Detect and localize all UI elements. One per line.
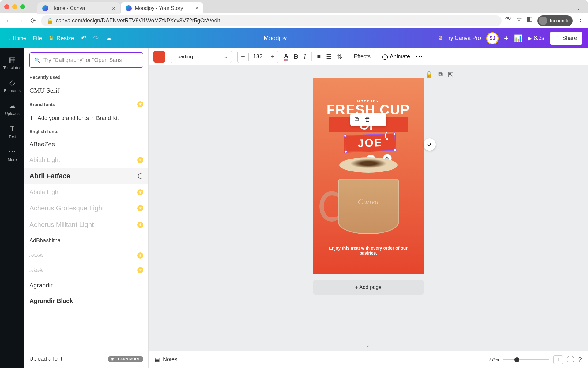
incognito-badge[interactable]: Incognito xyxy=(537,15,573,26)
font-size-value[interactable]: 132 xyxy=(249,53,267,60)
home-button[interactable]: 〈 Home xyxy=(6,35,26,41)
notes-button[interactable]: ▤ Notes xyxy=(155,356,177,363)
duplicate-icon[interactable]: ⧉ xyxy=(438,71,443,78)
maximize-window-button[interactable] xyxy=(20,4,25,9)
font-search-input[interactable] xyxy=(43,57,138,63)
text-description[interactable]: Enjoy this treat with every order of our… xyxy=(313,246,424,255)
arrow-graphic[interactable]: ⤹ xyxy=(382,130,391,143)
browser-menu-icon[interactable]: ⋮ xyxy=(578,15,584,26)
close-tab-icon[interactable]: × xyxy=(112,5,115,12)
close-tab-icon[interactable]: × xyxy=(195,5,198,12)
duplicate-button[interactable]: ⧉ xyxy=(355,116,359,123)
font-abril-fatface[interactable]: Abril Fatface xyxy=(24,168,148,184)
minimize-window-button[interactable] xyxy=(12,4,17,9)
undo-button[interactable]: ↶ xyxy=(81,34,86,42)
font-agrandir[interactable]: Agrandir xyxy=(29,278,143,293)
text-color-button[interactable]: A xyxy=(284,52,288,61)
collapse-arrow-icon[interactable]: ⌃ xyxy=(367,345,370,350)
export-icon[interactable]: ⇱ xyxy=(448,71,453,78)
crown-icon: ♛ xyxy=(137,157,143,163)
font-cmu-serif[interactable]: CMU Serif xyxy=(29,82,143,99)
present-button[interactable]: ▶ 8.3s xyxy=(528,35,544,42)
learn-more-badge[interactable]: ♛ LEARN MORE xyxy=(108,356,143,362)
resize-handle[interactable] xyxy=(393,148,396,151)
sidepanel-icon[interactable]: ◧ xyxy=(527,15,533,26)
more-options-button[interactable]: ⋯ xyxy=(416,52,424,61)
font-agrandir-black[interactable]: Agrandir Black xyxy=(29,293,143,309)
text-color-swatch[interactable] xyxy=(153,51,165,63)
new-tab-button[interactable]: + xyxy=(204,3,214,13)
increase-size-button[interactable]: + xyxy=(267,53,278,61)
font-adelia-1[interactable]: 𝒜𝒹ℯ𝓁𝒾𝒶 ♛ xyxy=(29,248,143,263)
help-button[interactable]: ? xyxy=(578,356,582,364)
font-adbhashitha[interactable]: AdBhashitha xyxy=(29,233,143,248)
canvas-stage[interactable]: 🔓 ⧉ ⇱ MOODJOY FRESH CUP OF JOE xyxy=(149,65,588,351)
reload-button[interactable]: ⟳ xyxy=(29,17,37,25)
zoom-percentage[interactable]: 27% xyxy=(488,357,499,363)
rail-more[interactable]: ⋯ More xyxy=(0,143,24,166)
list-button[interactable]: ☰ xyxy=(326,53,332,60)
rail-templates[interactable]: ▦ Templates xyxy=(0,51,24,74)
font-adelia-2[interactable]: 𝒜𝒹ℯ𝓁𝒾𝒶 ♛ xyxy=(29,263,143,278)
animate-button[interactable]: ◯ Animate xyxy=(382,53,410,60)
font-abeezee[interactable]: ABeeZee xyxy=(29,136,143,152)
rail-elements[interactable]: ◇ Elements xyxy=(0,74,24,97)
font-abula-light[interactable]: Abula Light ♛ xyxy=(29,184,143,200)
spacing-button[interactable]: ⇅ xyxy=(337,53,342,60)
fullscreen-button[interactable]: ⛶ xyxy=(567,356,574,364)
delete-button[interactable]: 🗑 xyxy=(364,116,371,123)
design-canvas[interactable]: MOODJOY FRESH CUP OF JOE ⟲ ✥ ⤹ xyxy=(313,78,424,274)
search-icon: 🔍 xyxy=(34,57,40,63)
browser-tab-active[interactable]: Moodjoy - Your Story × xyxy=(121,2,203,14)
text-icon: T xyxy=(10,125,15,133)
font-acherus-militant[interactable]: Acherus Militant Light ♛ xyxy=(29,217,143,233)
redo-button[interactable]: ↷ xyxy=(93,34,99,42)
try-pro-button[interactable]: ♛ Try Canva Pro xyxy=(438,35,481,42)
user-avatar[interactable]: SJ xyxy=(486,32,499,44)
zoom-thumb[interactable] xyxy=(514,357,519,362)
address-bar[interactable]: 🔒 canva.com/design/DAFNVetRTV8/J1WoMZtkP… xyxy=(41,15,502,26)
alignment-button[interactable]: ≡ xyxy=(317,53,321,60)
lock-icon[interactable]: 🔓 xyxy=(425,71,433,78)
browser-tab-home[interactable]: Home - Canva × xyxy=(37,2,120,14)
font-list[interactable]: Recently used CMU Serif Brand fonts ♛ + … xyxy=(24,72,148,350)
regenerate-button[interactable]: ⟳ xyxy=(424,138,436,151)
crown-icon: ♛ xyxy=(49,35,54,42)
resize-button[interactable]: ♛ Resize xyxy=(49,35,74,42)
decrease-size-button[interactable]: − xyxy=(238,53,249,61)
insights-button[interactable]: 📊 xyxy=(514,34,522,42)
font-search-box[interactable]: 🔍 xyxy=(29,52,143,68)
resize-handle[interactable] xyxy=(343,134,346,137)
page-indicator[interactable]: 1 xyxy=(553,355,563,364)
add-page-button[interactable]: + Add page xyxy=(313,280,424,295)
page-actions: 🔓 ⧉ ⇱ xyxy=(425,71,453,78)
forward-button[interactable]: → xyxy=(17,17,25,25)
canva-favicon xyxy=(126,5,132,11)
bookmark-icon[interactable]: ☆ xyxy=(516,15,522,26)
resize-handle[interactable] xyxy=(344,150,347,153)
close-window-button[interactable] xyxy=(4,4,9,9)
eye-icon[interactable]: 👁 xyxy=(505,15,511,26)
upload-font-row[interactable]: Upload a font ♛ LEARN MORE xyxy=(24,350,148,368)
coffee-image[interactable] xyxy=(329,157,408,234)
rail-uploads[interactable]: ☁ Uploads xyxy=(0,97,24,120)
rail-text[interactable]: T Text xyxy=(0,120,24,143)
share-button[interactable]: ⇧ Share xyxy=(550,32,582,45)
font-family-select[interactable]: Loading... ⌄ xyxy=(171,51,232,63)
resize-handle[interactable] xyxy=(393,132,396,136)
bold-button[interactable]: B xyxy=(294,53,298,60)
divider xyxy=(348,52,348,61)
cloud-sync-icon[interactable]: ☁ xyxy=(105,34,112,42)
font-abiah-light[interactable]: Abiah Light ♛ xyxy=(29,152,143,168)
more-button[interactable]: ⋯ xyxy=(376,116,382,123)
file-menu-button[interactable]: File xyxy=(33,35,42,42)
back-button[interactable]: ← xyxy=(4,17,13,25)
tabs-overflow-icon[interactable]: ⌄ xyxy=(577,5,581,11)
italic-button[interactable]: I xyxy=(304,53,306,60)
zoom-slider[interactable] xyxy=(503,359,549,360)
font-acherus-grotesque[interactable]: Acherus Grotesque Light ♛ xyxy=(29,200,143,217)
effects-button[interactable]: Effects xyxy=(354,53,371,60)
document-title[interactable]: Moodjoy xyxy=(118,35,432,42)
add-member-button[interactable]: + xyxy=(504,34,508,43)
add-brand-fonts-button[interactable]: + Add your brand fonts in Brand Kit xyxy=(29,110,143,126)
